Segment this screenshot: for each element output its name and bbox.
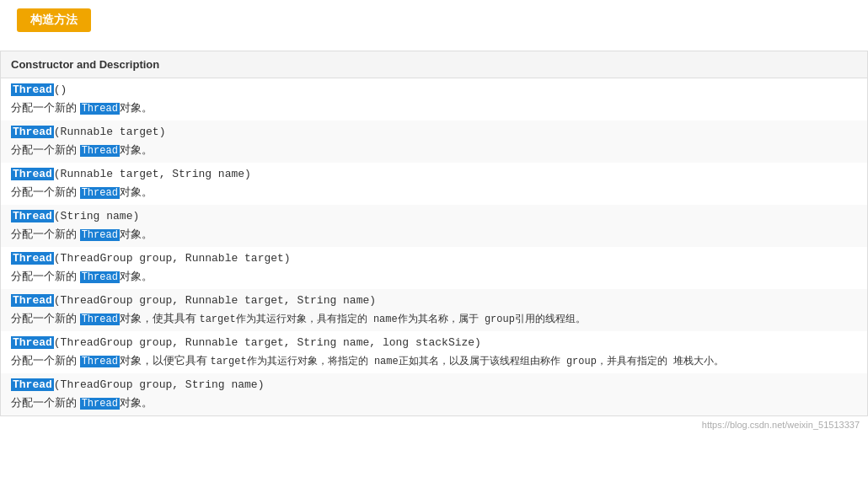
constructor-params: (ThreadGroup group, Runnable target, Str… xyxy=(54,336,481,349)
constructor-signature: Thread(Runnable target) xyxy=(1,121,867,141)
thread-class-link[interactable]: Thread xyxy=(11,83,54,96)
constructor-description: 分配一个新的 Thread对象。 xyxy=(1,141,867,163)
constructor-params: (String name) xyxy=(54,210,139,222)
constructor-signature: Thread(Runnable target, String name) xyxy=(1,163,867,183)
constructor-signature: Thread(ThreadGroup group, Runnable targe… xyxy=(1,331,867,351)
thread-class-ref[interactable]: Thread xyxy=(80,271,120,283)
constructor-signature: Thread(ThreadGroup group, Runnable targe… xyxy=(1,247,867,267)
constructor-long-desc: target作为其运行对象，具有指定的 name作为其名称，属于 group引用… xyxy=(199,314,585,325)
constructor-params: (Runnable target, String name) xyxy=(54,168,251,180)
thread-class-link[interactable]: Thread xyxy=(11,126,54,138)
constructor-params: () xyxy=(54,83,67,96)
constructor-description: 分配一个新的 Thread对象。 xyxy=(1,225,867,247)
thread-class-ref[interactable]: Thread xyxy=(80,145,120,157)
thread-class-ref[interactable]: Thread xyxy=(80,356,120,367)
table-row: Thread(Runnable target)分配一个新的 Thread对象。 xyxy=(1,121,867,163)
constructor-long-desc: target作为其运行对象，将指定的 name正如其名，以及属于该线程组由称作 … xyxy=(210,356,724,367)
constructors-list: Thread()分配一个新的 Thread对象。Thread(Runnable … xyxy=(1,78,867,415)
thread-class-ref[interactable]: Thread xyxy=(80,229,120,241)
page-wrapper: 构造方法 Constructor and Description Thread(… xyxy=(0,0,868,477)
constructor-description: 分配一个新的 Thread对象。 xyxy=(1,394,867,415)
table-header: Constructor and Description xyxy=(1,51,867,78)
constructor-signature: Thread(ThreadGroup group, String name) xyxy=(1,373,867,394)
constructor-params: (ThreadGroup group, String name) xyxy=(54,378,265,391)
constructor-description: 分配一个新的 Thread对象，使其具有 target作为其运行对象，具有指定的… xyxy=(1,309,867,331)
thread-class-ref[interactable]: Thread xyxy=(80,103,120,115)
table-row: Thread(ThreadGroup group, String name)分配… xyxy=(1,373,867,415)
thread-class-link[interactable]: Thread xyxy=(11,210,54,222)
constructor-params: (Runnable target) xyxy=(54,126,166,138)
header-button[interactable]: 构造方法 xyxy=(17,8,91,32)
thread-class-link[interactable]: Thread xyxy=(11,252,54,265)
thread-class-ref[interactable]: Thread xyxy=(80,187,120,199)
table-row: Thread(ThreadGroup group, Runnable targe… xyxy=(1,289,867,331)
thread-class-link[interactable]: Thread xyxy=(11,378,54,391)
constructor-description: 分配一个新的 Thread对象。 xyxy=(1,183,867,205)
constructor-signature: Thread(String name) xyxy=(1,205,867,225)
constructor-description: 分配一个新的 Thread对象，以便它具有 target作为其运行对象，将指定的… xyxy=(1,351,867,373)
table-row: Thread(ThreadGroup group, Runnable targe… xyxy=(1,331,867,373)
table-row: Thread(Runnable target, String name)分配一个… xyxy=(1,163,867,205)
constructors-table: Constructor and Description Thread()分配一个… xyxy=(0,51,868,416)
constructor-signature: Thread(ThreadGroup group, Runnable targe… xyxy=(1,289,867,309)
table-row: Thread()分配一个新的 Thread对象。 xyxy=(1,78,867,121)
thread-class-link[interactable]: Thread xyxy=(11,336,54,349)
table-row: Thread(ThreadGroup group, Runnable targe… xyxy=(1,247,867,289)
thread-class-ref[interactable]: Thread xyxy=(80,314,120,325)
thread-class-ref[interactable]: Thread xyxy=(80,398,120,410)
constructor-params: (ThreadGroup group, Runnable target) xyxy=(54,252,291,265)
thread-class-link[interactable]: Thread xyxy=(11,294,54,307)
constructor-signature: Thread() xyxy=(1,78,867,99)
table-row: Thread(String name)分配一个新的 Thread对象。 xyxy=(1,205,867,247)
constructor-params: (ThreadGroup group, Runnable target, Str… xyxy=(54,294,376,307)
constructor-description: 分配一个新的 Thread对象。 xyxy=(1,99,867,121)
watermark: https://blog.csdn.net/weixin_51513337 xyxy=(0,416,868,433)
thread-class-link[interactable]: Thread xyxy=(11,168,54,180)
constructor-description: 分配一个新的 Thread对象。 xyxy=(1,267,867,289)
